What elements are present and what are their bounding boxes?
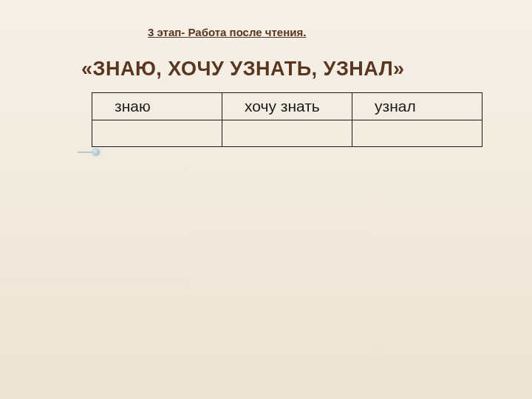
table-row (92, 120, 482, 147)
kwl-table: знаю хочу знать узнал (92, 92, 482, 147)
kwl-table-container: знаю хочу знать узнал (92, 92, 482, 147)
table-header-want: хочу знать (222, 93, 352, 120)
table-header-know: знаю (92, 93, 222, 120)
animation-indicator-icon (78, 149, 101, 155)
page-title: «ЗНАЮ, ХОЧУ УЗНАТЬ, УЗНАЛ» (81, 58, 405, 81)
indicator-line (78, 151, 94, 153)
table-header-row: знаю хочу знать узнал (92, 93, 482, 120)
table-cell (352, 120, 482, 147)
table-cell (92, 120, 222, 147)
indicator-circle (92, 149, 100, 156)
stage-label: 3 этап- Работа после чтения. (148, 26, 306, 38)
table-header-learned: узнал (352, 93, 482, 120)
table-cell (222, 120, 352, 147)
